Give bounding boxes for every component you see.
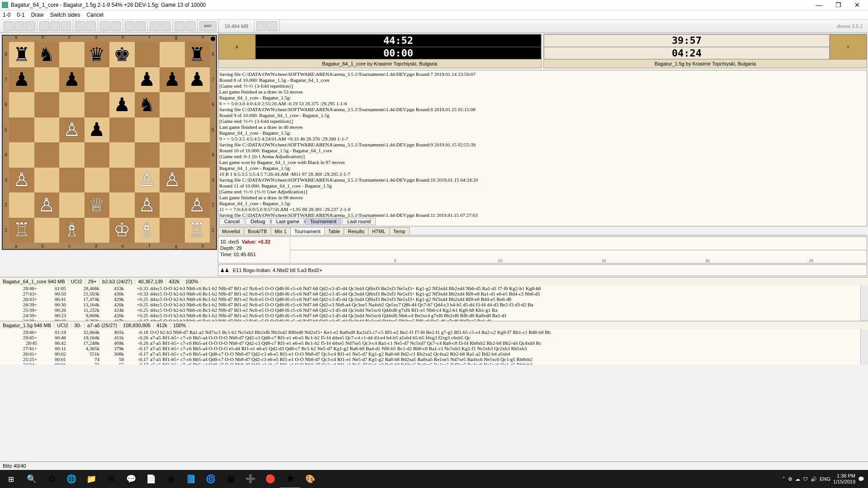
square[interactable]: ♙ — [160, 168, 185, 193]
engine-row[interactable]: 29/45+00:4619,164k411k-0.26a7-a5 Bf1-b5+… — [0, 335, 868, 340]
tool-icon[interactable] — [50, 21, 60, 31]
square[interactable] — [34, 92, 60, 117]
arena-icon[interactable]: ♚ — [280, 469, 300, 488]
piece[interactable]: ♟ — [138, 70, 156, 89]
zoom-icon[interactable] — [136, 21, 146, 31]
piece[interactable]: ♞ — [138, 95, 156, 114]
square[interactable] — [59, 142, 85, 168]
tab-results[interactable]: Results — [344, 227, 368, 235]
menu-0-1[interactable]: 0-1 — [17, 12, 24, 18]
square[interactable] — [9, 142, 34, 168]
tray-icon[interactable]: ⚙ — [788, 476, 793, 482]
tournament-log[interactable]: Saving file C:\DATA\OWN\chess\SOFTWARE\A… — [218, 70, 867, 226]
log-lastgame-button[interactable]: Last game — [271, 218, 304, 225]
square[interactable] — [160, 92, 185, 117]
square[interactable] — [59, 92, 85, 117]
piece[interactable]: ♕ — [88, 196, 105, 215]
square[interactable]: ♞ — [34, 42, 60, 67]
engine-row[interactable]: 28/4500:4217,248k409k-0.26a7-a5 Bf1-b5+ … — [0, 340, 868, 346]
edge-icon[interactable]: 🌀 — [201, 470, 221, 488]
app-icon[interactable]: ➕ — [241, 470, 260, 488]
square[interactable] — [109, 142, 135, 168]
engine-row[interactable]: 24/39+00:239,868k420k+0.25d4xc5 O-O b2-b… — [0, 313, 868, 318]
square[interactable] — [109, 117, 135, 143]
square[interactable] — [34, 142, 60, 168]
start-button[interactable]: ⊞ — [0, 470, 22, 488]
square[interactable] — [160, 192, 185, 218]
tool-icon[interactable] — [185, 21, 195, 31]
square[interactable]: ♙ — [135, 168, 160, 193]
piece[interactable]: ♟ — [63, 70, 80, 89]
log-lastround-button[interactable]: Last round — [342, 218, 376, 225]
piece[interactable]: ♟ — [113, 95, 131, 114]
piece[interactable]: ♟ — [164, 70, 181, 89]
piece[interactable]: ♗ — [138, 221, 156, 239]
square[interactable]: ♖ — [185, 218, 210, 243]
tray-clock[interactable]: 1:38 PM1/15/2019 — [833, 473, 855, 485]
square[interactable]: ♖ — [9, 218, 34, 243]
square[interactable]: ♟ — [185, 67, 210, 93]
tool-icon[interactable] — [175, 21, 184, 31]
piece[interactable]: ♙ — [138, 196, 156, 215]
engine2-table[interactable]: 29/46+01:1932,064k401k-0.18O-O b2-b3 Nb8… — [0, 329, 868, 365]
engine1-table[interactable]: 28/46+01:0528,466k433k+0.33d4xc5 O-O b2-… — [0, 286, 868, 321]
tool-icon[interactable] — [61, 21, 71, 31]
square[interactable]: ♜ — [185, 42, 210, 67]
search-icon[interactable]: 🔍 — [22, 470, 42, 488]
square[interactable] — [59, 192, 85, 218]
square[interactable]: ♟ — [59, 67, 85, 93]
scrollbar[interactable] — [860, 329, 868, 365]
piece[interactable]: ♙ — [63, 120, 80, 139]
tab-mix 1[interactable]: Mix 1 — [271, 227, 291, 235]
tab-book/tb[interactable]: Book/TB — [244, 227, 271, 235]
square[interactable] — [135, 117, 160, 143]
square[interactable] — [109, 67, 135, 93]
tool-icon[interactable] — [4, 21, 14, 31]
piece[interactable]: ♙ — [189, 196, 206, 215]
app-icon[interactable]: ▦ — [221, 470, 241, 488]
square[interactable]: ♟ — [9, 67, 34, 93]
log-tournament-button[interactable]: Tournament — [305, 218, 341, 225]
piece[interactable]: ♟ — [88, 120, 105, 139]
zoom-icon[interactable] — [125, 21, 135, 31]
engine-row[interactable]: 27/43+00:5021,503k430k+0.33d4xc5 O-O b2-… — [0, 291, 868, 296]
square[interactable] — [9, 192, 34, 218]
scrollbar[interactable] — [860, 286, 868, 321]
square[interactable] — [85, 92, 110, 117]
square[interactable] — [160, 117, 185, 143]
tray-lang[interactable]: ENG — [820, 476, 830, 482]
piece[interactable]: ♙ — [13, 170, 30, 189]
tab-movelist[interactable]: Movelist — [218, 227, 244, 235]
engine-row[interactable]: 26/41+00:02551k308k-0.17a7-a5 Bf1-b5+ c7… — [0, 351, 868, 357]
word-icon[interactable]: 📘 — [181, 470, 201, 488]
square[interactable]: ♗ — [135, 218, 160, 243]
square[interactable]: ♙ — [34, 192, 60, 218]
piece[interactable]: ♟ — [189, 70, 206, 89]
log-cancel-button[interactable]: Cancel — [219, 218, 245, 225]
engine-row[interactable]: 28/46+01:0528,466k433k+0.33d4xc5 O-O b2-… — [0, 286, 868, 291]
paint-icon[interactable]: 🎨 — [300, 470, 320, 488]
square[interactable]: ♚ — [109, 42, 135, 67]
piece[interactable]: ♞ — [38, 45, 55, 64]
piece[interactable]: ♙ — [38, 196, 55, 215]
square[interactable] — [85, 142, 110, 168]
square[interactable] — [9, 92, 34, 117]
nav-first-icon[interactable] — [75, 21, 85, 31]
square[interactable] — [85, 67, 110, 93]
square[interactable]: ♔ — [109, 218, 135, 243]
square[interactable]: ♙ — [59, 117, 85, 143]
square[interactable] — [85, 168, 110, 193]
square[interactable] — [9, 117, 34, 143]
tool-icon[interactable] — [39, 21, 49, 31]
engine-row[interactable]: 25/39+00:2611,232k424k+0.25d4xc5 O-O b2-… — [0, 307, 868, 313]
menu-draw[interactable]: Draw — [31, 12, 44, 18]
square[interactable]: ♕ — [85, 192, 110, 218]
log-debug-button[interactable]: Debug — [245, 218, 270, 225]
notifications-icon[interactable]: 💬 — [858, 476, 864, 482]
square[interactable]: ♟ — [85, 117, 110, 143]
square[interactable] — [185, 168, 210, 193]
skype-icon[interactable]: 💬 — [121, 470, 141, 488]
ie-icon[interactable]: 🌐 — [61, 470, 81, 488]
square[interactable]: ♛ — [85, 42, 110, 67]
engine-row[interactable]: 24/38+00:198,282k417k+0.17d4xc5 O-O b2-b… — [0, 318, 868, 321]
